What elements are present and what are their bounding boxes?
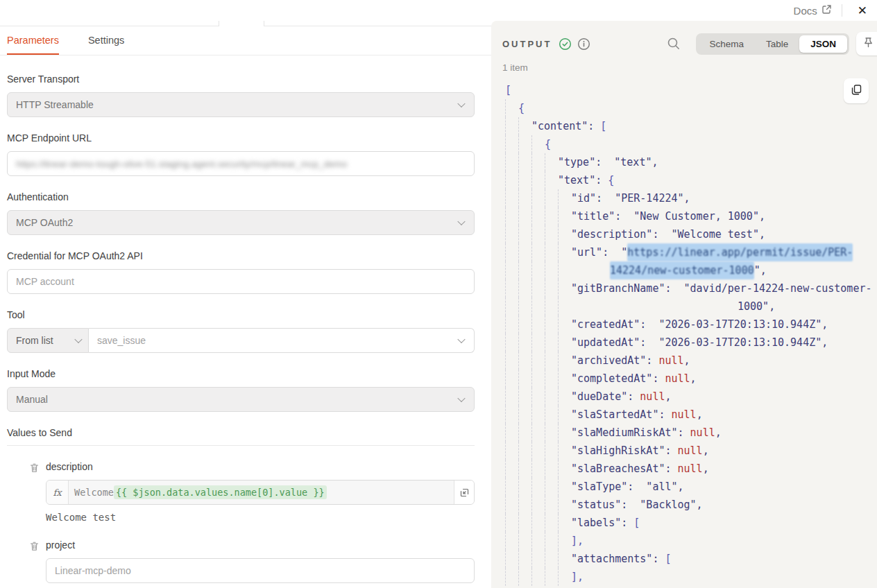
json-code[interactable]: [{"content": [{"type": "text","text": {"… (491, 81, 877, 586)
json-token: null (690, 424, 715, 442)
json-token: "completedAt": (571, 370, 665, 388)
indent-guide (545, 334, 558, 352)
json-token: , (684, 352, 690, 370)
json-token: "content": (531, 117, 600, 135)
tool-mode-select[interactable]: From list (7, 328, 89, 353)
json-line: "text": { (505, 171, 877, 189)
indent-guide (531, 243, 545, 261)
input-mode-value: Manual (16, 394, 48, 405)
open-expression-editor-button[interactable] (454, 481, 474, 504)
close-button[interactable]: ✕ (852, 2, 873, 19)
chevron-down-icon (457, 218, 465, 225)
search-icon[interactable] (667, 37, 681, 51)
tab-parameters-label: Parameters (7, 35, 59, 46)
indent-guide (531, 334, 545, 352)
json-line: "slaMediumRiskAt": null, (505, 424, 877, 442)
tab-json[interactable]: JSON (799, 35, 847, 53)
json-line: "gitBranchName": "david/per-14224-new-cu… (505, 279, 877, 297)
json-line: [ (505, 81, 877, 99)
json-token: null (665, 370, 690, 388)
json-line: "labels": [ (505, 514, 877, 532)
server-transport-label: Server Transport (7, 74, 475, 85)
indent-guide (558, 261, 571, 279)
json-view: [{"content": [{"type": "text","text": {"… (491, 81, 877, 586)
indent-guide (505, 514, 518, 532)
indent-guide (531, 135, 545, 153)
server-transport-select[interactable]: HTTP Streamable (7, 92, 475, 117)
indent-guide (545, 514, 558, 532)
docs-link[interactable]: Docs (794, 4, 832, 17)
tab-table[interactable]: Table (755, 35, 799, 53)
external-link-icon (821, 4, 832, 17)
copy-output-button[interactable] (844, 78, 869, 103)
authentication-select[interactable]: MCP OAuth2 (7, 210, 475, 235)
indent-guide (505, 171, 518, 189)
trash-icon[interactable] (29, 462, 40, 523)
json-token: null (678, 442, 703, 460)
field-endpoint-url: MCP Endpoint URL https://linear-demo-tou… (7, 132, 475, 176)
indent-guide (558, 532, 571, 550)
value-name: description (46, 461, 475, 472)
indent-guide (518, 532, 531, 550)
indent-guide (505, 388, 518, 406)
indent-guide (518, 153, 531, 171)
docs-label: Docs (794, 5, 817, 17)
indent-guide (545, 406, 558, 424)
indent-guide (545, 568, 558, 586)
json-line: "id": "PER-14224", (505, 189, 877, 207)
tool-label: Tool (7, 309, 475, 320)
indent-guide (518, 315, 531, 334)
close-icon: ✕ (858, 4, 867, 17)
indent-guide (545, 370, 558, 388)
credential-input[interactable] (16, 270, 466, 293)
json-token: ], (571, 568, 584, 586)
indent-guide (505, 117, 518, 135)
indent-guide (518, 117, 531, 135)
trash-icon[interactable] (29, 541, 40, 583)
indent-guide (558, 550, 571, 568)
pin-data-button[interactable] (856, 32, 877, 55)
indent-guide (531, 352, 545, 370)
json-token: "url": " (571, 243, 627, 261)
input-mode-select[interactable]: Manual (7, 387, 475, 412)
indent-guide (518, 243, 531, 261)
values-to-send-heading: Values to Send (7, 427, 475, 446)
tab-bar: Parameters Settings (0, 26, 491, 55)
indent-guide (505, 406, 518, 424)
indent-guide (505, 153, 518, 171)
info-icon[interactable] (577, 37, 590, 51)
indent-guide (518, 388, 531, 406)
json-line: "type": "text", (505, 153, 877, 171)
json-token: [ (505, 81, 511, 99)
json-token: "slaType": "all", (571, 478, 684, 496)
indent-guide (558, 279, 571, 297)
tab-parameters[interactable]: Parameters (7, 26, 59, 55)
json-line: "slaType": "all", (505, 478, 877, 496)
chevron-down-icon (74, 336, 82, 343)
tool-value-input[interactable] (97, 329, 450, 352)
tab-schema[interactable]: Schema (698, 35, 755, 53)
indent-guide (505, 189, 518, 207)
indent-guide (518, 460, 531, 478)
json-line: "slaHighRiskAt": null, (505, 442, 877, 460)
json-token: { (545, 135, 551, 153)
project-input[interactable] (55, 559, 466, 582)
indent-guide (545, 478, 558, 496)
json-token: null (672, 406, 697, 424)
endpoint-url-value: https://linear-demo-tough-olive-51.stagi… (16, 159, 347, 169)
json-token: , (690, 370, 697, 388)
tab-settings[interactable]: Settings (88, 26, 124, 55)
indent-guide (518, 225, 531, 243)
field-tool: Tool From list (7, 309, 475, 353)
indent-guide (545, 442, 558, 460)
indent-guide (518, 279, 531, 297)
indent-guide (518, 370, 531, 388)
indent-guide (505, 297, 518, 315)
indent-guide (518, 135, 531, 153)
expression-input[interactable]: fx Welcome {{ $json.data.values.name[0].… (46, 480, 475, 505)
endpoint-url-input[interactable]: https://linear-demo-tough-olive-51.stagi… (7, 151, 475, 176)
json-line: "archivedAt": null, (505, 352, 877, 370)
indent-guide (545, 315, 558, 334)
expression-text: Welcome {{ $json.data.values.name[0].val… (69, 481, 454, 504)
json-line: "status": "Backlog", (505, 496, 877, 514)
